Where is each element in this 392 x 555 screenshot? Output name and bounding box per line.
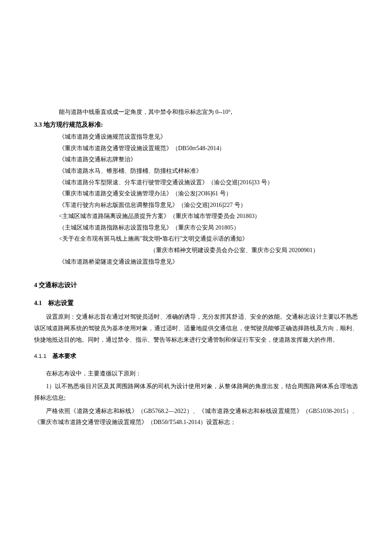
reference-item: 《城市道路水马、锥形桶、防撞桶、防撞柱式样标准》 [34, 166, 358, 177]
reference-item: （主城区城市道路指路标志设置指导意见》（重庆市公安局 201805） [34, 222, 358, 234]
heading-4-1: 4.1 标志设置 [34, 297, 358, 309]
reference-item: <主城区城市道路隔离设施品质提升方案》（重庆市城市管理委员会 201803） [34, 211, 358, 222]
reference-item: 《城市道路交通设施规范设置指导意见》 [34, 131, 358, 143]
reference-item: 《城市道路桥梁隧道交通设施设置指导意见》 [34, 256, 358, 268]
reference-item: 《城市道路分车型限速、分车道行驶管理交通设施设置》（渝公交巡[2016]33 号… [34, 177, 358, 189]
reference-item: 《城市道路交通标志牌整治》 [34, 154, 358, 166]
heading-4-1-1: 4.1.1 基本要求 [34, 351, 358, 362]
heading-4: 4 交通标志设计 [34, 279, 358, 291]
reference-item: 《重庆市城市道路交通管理设施设置规范》（DB50rr548-2014） [34, 143, 358, 154]
heading-text: 基本要求 [52, 353, 76, 359]
heading-number: 4.1.1 [34, 353, 46, 359]
paragraph-4-1-1-c: 严格依照《道路交通标志和标线》（GB5768.2—2022）、《城市道路交通标志… [34, 406, 358, 428]
paragraph-4-1: 设置原则：交通标志旨在通过对驾驶员适时、准确的诱导，充分发挥其舒适、安全的效能。… [34, 311, 358, 346]
paragraph-4-1-1-b: 1）以不熟悉项目片区及其周围路网体系的司机为设计使用对象，从整体路网的角度出发，… [34, 381, 358, 404]
intro-line: 能与道路中线垂直或成一定角度，其中禁令和指示标志宜为 0--10°, [34, 107, 358, 118]
reference-item: 《车道行驶方向标志版面信息调整指导意见》（渝公交巡[2016]227 号） [34, 200, 358, 211]
reference-item: 《重庆市城市道路交通安全设施管理办法》（渝公发[2OI6]61 号） [34, 188, 358, 200]
reference-item: <关于在全市现有斑马线上施画"我文明•靠右行"文明交通提示语的通知》 [34, 233, 358, 245]
heading-3-3: 3.3 地方现行规范及标准: [34, 119, 358, 131]
paragraph-4-1-1-a: 在标志布设中，主要遵循以下原则： [34, 368, 358, 380]
reference-source: （重庆市精神文明建设委员会办公室、重庆市公安局 20200901） [34, 245, 358, 256]
